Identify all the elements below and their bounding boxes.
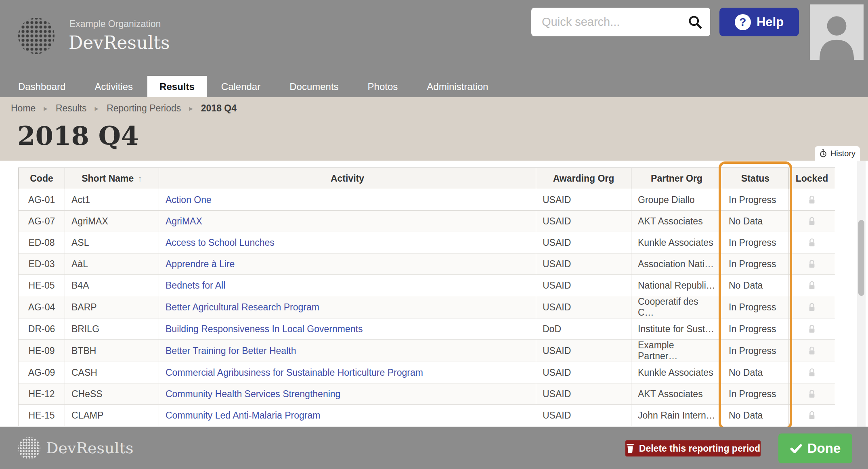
lock-icon[interactable] bbox=[807, 324, 816, 335]
col-header-code[interactable]: Code bbox=[19, 168, 65, 189]
cell-activity: Apprendre à Lire bbox=[159, 253, 536, 275]
col-header-awarding-org[interactable]: Awarding Org bbox=[536, 168, 631, 189]
cell-activity: Access to School Lunches bbox=[159, 232, 536, 253]
cell-status: No Data bbox=[722, 211, 789, 232]
activity-link[interactable]: Action One bbox=[166, 195, 212, 205]
cell-partner-org: Association Nati… bbox=[631, 253, 722, 275]
activity-link[interactable]: Bednets for All bbox=[166, 280, 225, 291]
cell-activity: Better Training for Better Health bbox=[159, 340, 536, 362]
cell-code: ED-08 bbox=[19, 232, 65, 253]
cell-locked bbox=[789, 253, 835, 275]
cell-code: ED-03 bbox=[19, 253, 65, 275]
activity-link[interactable]: Commercial Agribusiness for Sustainable … bbox=[166, 367, 423, 378]
cell-awarding-org: USAID bbox=[536, 340, 631, 362]
col-header-activity[interactable]: Activity bbox=[159, 168, 536, 189]
activity-link[interactable]: Better Training for Better Health bbox=[166, 345, 296, 356]
delete-reporting-period-button[interactable]: Delete this reporting period bbox=[625, 440, 761, 456]
table-row: AG-04 BARP Better Agricultural Research … bbox=[19, 296, 835, 318]
lock-icon[interactable] bbox=[807, 195, 816, 205]
cell-partner-org: Kunkle Associates bbox=[631, 232, 722, 253]
cell-locked bbox=[789, 275, 835, 296]
table-row: DR-06 BRILG Building Responsiveness In L… bbox=[19, 318, 835, 340]
scrollbar-track[interactable] bbox=[857, 161, 866, 427]
cell-status: In Progress bbox=[722, 383, 789, 405]
cell-locked bbox=[789, 340, 835, 362]
breadcrumb-separator-icon: ▸ bbox=[95, 104, 99, 113]
cell-status: In Progress bbox=[722, 318, 789, 340]
cell-partner-org: Cooperatif des C… bbox=[631, 296, 722, 318]
cell-locked bbox=[789, 383, 835, 405]
lock-icon[interactable] bbox=[807, 259, 816, 270]
cell-activity: Building Responsiveness In Local Governm… bbox=[159, 318, 536, 340]
avatar[interactable] bbox=[810, 4, 864, 60]
tab-administration[interactable]: Administration bbox=[412, 76, 503, 97]
tab-photos[interactable]: Photos bbox=[353, 76, 413, 97]
tab-dashboard[interactable]: Dashboard bbox=[18, 76, 80, 97]
lock-icon[interactable] bbox=[807, 346, 816, 356]
activity-link[interactable]: Apprendre à Lire bbox=[166, 259, 235, 269]
cell-activity: Better Agricultural Research Program bbox=[159, 296, 536, 318]
cell-partner-org: John Rain Intern… bbox=[631, 405, 722, 426]
page: Example Organization DevResults ? Help D… bbox=[0, 0, 868, 469]
breadcrumb-results[interactable]: Results bbox=[56, 103, 87, 114]
col-header-status[interactable]: Status bbox=[722, 168, 789, 189]
help-button[interactable]: ? Help bbox=[719, 8, 799, 36]
devresults-logo-icon bbox=[18, 18, 55, 54]
cell-code: AG-09 bbox=[19, 362, 65, 383]
reporting-period-table: Code Short Name↑ Activity Awarding Org P… bbox=[18, 168, 835, 426]
activity-link[interactable]: Building Responsiveness In Local Governm… bbox=[166, 324, 363, 334]
lock-icon[interactable] bbox=[807, 281, 816, 291]
search-input[interactable] bbox=[531, 8, 710, 36]
activity-link[interactable]: Community Led Anti-Malaria Program bbox=[166, 410, 320, 421]
tab-documents[interactable]: Documents bbox=[275, 76, 353, 97]
tab-calendar[interactable]: Calendar bbox=[207, 76, 275, 97]
lock-icon[interactable] bbox=[807, 302, 816, 313]
history-button[interactable]: History bbox=[815, 146, 860, 161]
page-header-band: Home ▸ Results ▸ Reporting Periods ▸ 201… bbox=[0, 97, 868, 161]
devresults-logo-icon bbox=[18, 437, 40, 459]
footer: DevResults Delete this reporting period … bbox=[0, 427, 868, 469]
cell-awarding-org: DoD bbox=[536, 318, 631, 340]
lock-icon[interactable] bbox=[807, 368, 816, 378]
activity-link[interactable]: AgriMAX bbox=[166, 216, 202, 226]
scrollbar-thumb[interactable] bbox=[858, 220, 864, 296]
cell-short-name: BTBH bbox=[65, 340, 159, 362]
lock-icon[interactable] bbox=[807, 389, 816, 400]
cell-activity: AgriMAX bbox=[159, 211, 536, 232]
activity-link[interactable]: Access to School Lunches bbox=[166, 237, 275, 248]
cell-locked bbox=[789, 405, 835, 426]
table-row: AG-07 AgriMAX AgriMAX USAID AKT Associat… bbox=[19, 211, 835, 232]
breadcrumb-separator-icon: ▸ bbox=[44, 104, 48, 113]
cell-awarding-org: USAID bbox=[536, 362, 631, 383]
cell-awarding-org: USAID bbox=[536, 296, 631, 318]
cell-status: In Progress bbox=[722, 232, 789, 253]
tab-results[interactable]: Results bbox=[147, 76, 207, 97]
col-header-short-name[interactable]: Short Name↑ bbox=[65, 168, 159, 189]
col-header-partner-org[interactable]: Partner Org bbox=[631, 168, 722, 189]
col-header-locked[interactable]: Locked bbox=[789, 168, 835, 189]
stopwatch-icon bbox=[819, 149, 827, 157]
cell-awarding-org: USAID bbox=[536, 405, 631, 426]
help-label: Help bbox=[757, 15, 784, 29]
lock-icon[interactable] bbox=[807, 410, 816, 421]
cell-code: AG-07 bbox=[19, 211, 65, 232]
done-button[interactable]: Done bbox=[778, 433, 852, 463]
cell-status: No Data bbox=[722, 362, 789, 383]
sort-ascending-icon: ↑ bbox=[138, 174, 142, 183]
activity-link[interactable]: Community Health Services Strengthening bbox=[166, 389, 340, 399]
cell-locked bbox=[789, 211, 835, 232]
tab-activities[interactable]: Activities bbox=[80, 76, 147, 97]
breadcrumb-home[interactable]: Home bbox=[11, 103, 36, 114]
activity-link[interactable]: Better Agricultural Research Program bbox=[166, 302, 319, 312]
lock-icon[interactable] bbox=[807, 238, 816, 248]
lock-icon[interactable] bbox=[807, 216, 816, 227]
quick-search bbox=[531, 8, 710, 36]
search-icon[interactable] bbox=[688, 15, 703, 30]
cell-locked bbox=[789, 232, 835, 253]
cell-status: In Progress bbox=[722, 296, 789, 318]
cell-code: HE-12 bbox=[19, 383, 65, 405]
cell-activity: Action One bbox=[159, 189, 536, 211]
breadcrumb-reporting-periods[interactable]: Reporting Periods bbox=[107, 103, 181, 114]
table-row: AG-09 CASH Commercial Agribusiness for S… bbox=[19, 362, 835, 383]
cell-locked bbox=[789, 296, 835, 318]
